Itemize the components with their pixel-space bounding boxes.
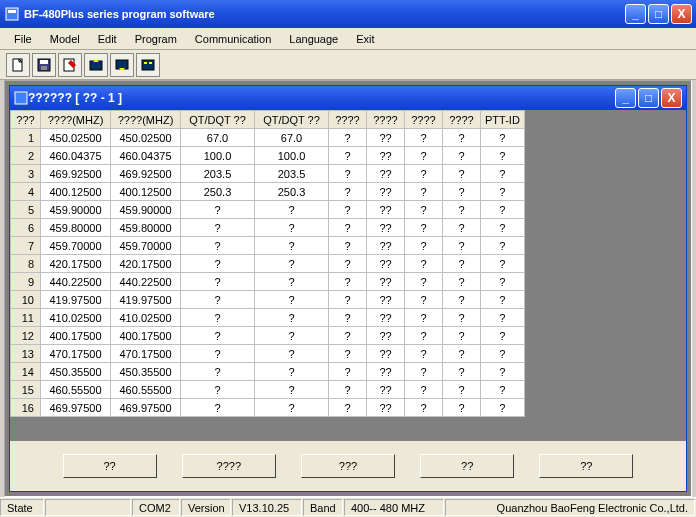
cell[interactable]: ? [481, 201, 525, 219]
cell[interactable]: ? [181, 399, 255, 417]
cell[interactable]: ? [255, 237, 329, 255]
cell[interactable]: 419.97500 [111, 291, 181, 309]
cell[interactable]: ? [481, 237, 525, 255]
cell[interactable]: ? [329, 345, 367, 363]
cell[interactable]: 450.35500 [41, 363, 111, 381]
cell[interactable]: 470.17500 [111, 345, 181, 363]
cell[interactable]: ? [255, 291, 329, 309]
menu-file[interactable]: File [6, 31, 40, 47]
cell[interactable]: ?? [367, 345, 405, 363]
cell[interactable]: ? [443, 237, 481, 255]
channel-table[interactable]: ???????(MHZ)????(MHZ)QT/DQT ??QT/DQT ???… [10, 110, 525, 417]
cell[interactable]: ?? [367, 363, 405, 381]
cell[interactable]: ? [329, 237, 367, 255]
cell[interactable]: ? [181, 273, 255, 291]
row-number[interactable]: 1 [11, 129, 41, 147]
cell[interactable]: ? [255, 219, 329, 237]
cell[interactable]: 100.0 [181, 147, 255, 165]
cell[interactable]: ? [181, 381, 255, 399]
cell[interactable]: ? [181, 345, 255, 363]
cell[interactable]: 459.70000 [111, 237, 181, 255]
cell[interactable]: ? [405, 345, 443, 363]
cell[interactable]: ? [329, 309, 367, 327]
col-header-4[interactable]: QT/DQT ?? [255, 111, 329, 129]
row-number[interactable]: 11 [11, 309, 41, 327]
cell[interactable]: ?? [367, 327, 405, 345]
cell[interactable]: ? [181, 309, 255, 327]
cell[interactable]: ?? [367, 165, 405, 183]
cell[interactable]: ? [405, 183, 443, 201]
table-row[interactable]: 9440.22500440.22500???????? [11, 273, 525, 291]
menu-language[interactable]: Language [281, 31, 346, 47]
cell[interactable]: 100.0 [255, 147, 329, 165]
cell[interactable]: ? [405, 381, 443, 399]
cell[interactable]: ? [181, 237, 255, 255]
edit-icon[interactable] [58, 53, 82, 77]
action-button-2[interactable]: ??? [301, 454, 395, 478]
table-row[interactable]: 8420.17500420.17500???????? [11, 255, 525, 273]
config-icon[interactable] [136, 53, 160, 77]
cell[interactable]: ?? [367, 399, 405, 417]
cell[interactable]: 469.92500 [41, 165, 111, 183]
cell[interactable]: 410.02500 [111, 309, 181, 327]
menu-communication[interactable]: Communication [187, 31, 279, 47]
col-header-6[interactable]: ???? [367, 111, 405, 129]
cell[interactable]: ? [329, 255, 367, 273]
cell[interactable]: ? [481, 309, 525, 327]
cell[interactable]: ? [405, 129, 443, 147]
minimize-button[interactable]: _ [625, 4, 646, 24]
row-number[interactable]: 15 [11, 381, 41, 399]
col-header-3[interactable]: QT/DQT ?? [181, 111, 255, 129]
cell[interactable]: 460.55500 [111, 381, 181, 399]
cell[interactable]: ? [405, 363, 443, 381]
cell[interactable]: ? [481, 399, 525, 417]
save-icon[interactable] [32, 53, 56, 77]
cell[interactable]: ? [481, 255, 525, 273]
cell[interactable]: ? [405, 165, 443, 183]
cell[interactable]: ? [405, 147, 443, 165]
cell[interactable]: 250.3 [255, 183, 329, 201]
cell[interactable]: 67.0 [181, 129, 255, 147]
cell[interactable]: ? [443, 327, 481, 345]
table-row[interactable]: 3469.92500469.92500203.5203.5?????? [11, 165, 525, 183]
cell[interactable]: 400.12500 [41, 183, 111, 201]
cell[interactable]: ? [405, 219, 443, 237]
cell[interactable]: ? [481, 183, 525, 201]
cell[interactable]: ? [329, 381, 367, 399]
cell[interactable]: 460.04375 [111, 147, 181, 165]
cell[interactable]: 203.5 [181, 165, 255, 183]
cell[interactable]: ? [443, 363, 481, 381]
table-row[interactable]: 11410.02500410.02500???????? [11, 309, 525, 327]
cell[interactable]: ? [329, 399, 367, 417]
cell[interactable]: ?? [367, 381, 405, 399]
cell[interactable]: ? [405, 309, 443, 327]
cell[interactable]: ? [481, 363, 525, 381]
cell[interactable]: ? [443, 273, 481, 291]
cell[interactable]: ? [255, 201, 329, 219]
cell[interactable]: ? [255, 309, 329, 327]
cell[interactable]: ? [405, 237, 443, 255]
table-row[interactable]: 4400.12500400.12500250.3250.3?????? [11, 183, 525, 201]
cell[interactable]: ? [329, 129, 367, 147]
cell[interactable]: ? [481, 381, 525, 399]
cell[interactable]: ? [405, 255, 443, 273]
menu-model[interactable]: Model [42, 31, 88, 47]
write-icon[interactable] [110, 53, 134, 77]
cell[interactable]: ? [443, 255, 481, 273]
cell[interactable]: ? [481, 327, 525, 345]
menu-program[interactable]: Program [127, 31, 185, 47]
cell[interactable]: ? [405, 399, 443, 417]
col-header-2[interactable]: ????(MHZ) [111, 111, 181, 129]
cell[interactable]: 469.97500 [41, 399, 111, 417]
cell[interactable]: 460.55500 [41, 381, 111, 399]
cell[interactable]: ?? [367, 147, 405, 165]
action-button-3[interactable]: ?? [420, 454, 514, 478]
cell[interactable]: 420.17500 [111, 255, 181, 273]
menu-edit[interactable]: Edit [90, 31, 125, 47]
cell[interactable]: ? [481, 147, 525, 165]
row-number[interactable]: 6 [11, 219, 41, 237]
cell[interactable]: 450.02500 [41, 129, 111, 147]
cell[interactable]: ?? [367, 183, 405, 201]
cell[interactable]: ? [181, 363, 255, 381]
row-number[interactable]: 9 [11, 273, 41, 291]
